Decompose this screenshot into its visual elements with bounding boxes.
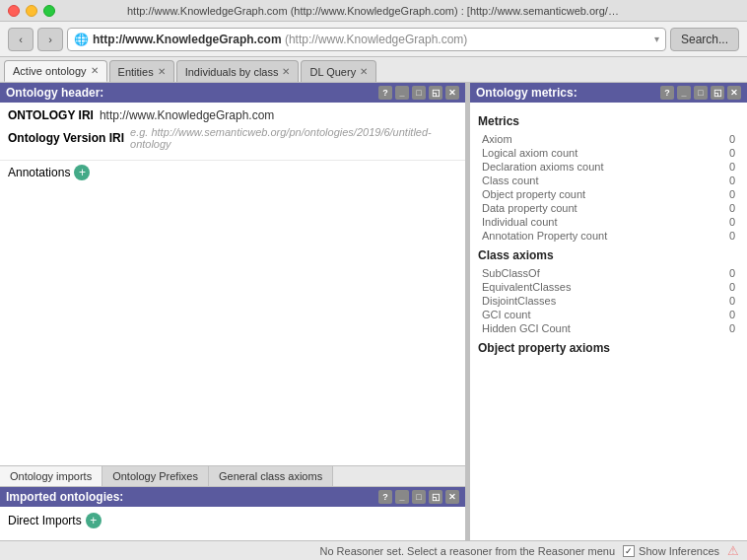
iri-value: http://www.KnowledgeGraph.com (100, 108, 274, 122)
metric-annotation-property: Annotation Property count 0 (478, 229, 739, 243)
status-bar: No Reasoner set. Select a reasoner from … (0, 540, 747, 560)
version-iri-label: Ontology Version IRI (8, 131, 124, 145)
minimize-panel-icon[interactable]: _ (395, 490, 409, 504)
tab-label: DL Query (309, 66, 356, 78)
restore-panel-icon[interactable]: □ (412, 86, 426, 100)
maximize-button[interactable] (43, 5, 55, 17)
metric-individual-count: Individual count 0 (478, 215, 739, 229)
metric-logical-axiom: Logical axiom count 0 (478, 146, 739, 160)
metric-gci-count: GCI count 0 (478, 308, 739, 321)
close-panel-icon[interactable]: ✕ (727, 86, 741, 100)
imports-panel-icons: ? _ □ ◱ ✕ (378, 490, 459, 504)
help-icon[interactable]: ? (660, 86, 674, 100)
annotations-area: Annotations + (0, 160, 465, 184)
tabs-bar: Active ontology ✕ Entities ✕ Individuals… (0, 57, 747, 83)
metric-label: GCI count (482, 309, 531, 320)
metric-value: 0 (729, 230, 735, 242)
tab-dl-query[interactable]: DL Query ✕ (301, 60, 376, 82)
search-button[interactable]: Search... (670, 28, 739, 51)
restore-panel-icon[interactable]: □ (694, 86, 708, 100)
metric-value: 0 (729, 161, 735, 173)
close-button[interactable] (8, 5, 20, 17)
metric-label: Class count (482, 175, 538, 186)
panel-title-label: Ontology header: (6, 86, 103, 100)
metric-value: 0 (729, 133, 735, 145)
sub-tab-ontology-imports[interactable]: Ontology imports (0, 466, 102, 486)
metric-label: Data property count (482, 202, 577, 214)
metric-value: 0 (729, 281, 735, 293)
tab-close-icon[interactable]: ✕ (158, 67, 166, 77)
address-gray: (http://www.KnowledgeGraph.com) (285, 33, 467, 46)
sub-tab-ontology-prefixes[interactable]: Ontology Prefixes (102, 466, 209, 486)
tab-label: Entities (118, 66, 154, 78)
tab-individuals-by-class[interactable]: Individuals by class ✕ (176, 60, 300, 82)
metric-value: 0 (729, 147, 735, 159)
window-title: http://www.KnowledgeGraph.com (http://ww… (127, 5, 620, 17)
tab-close-icon[interactable]: ✕ (360, 67, 368, 77)
close-panel-icon[interactable]: ✕ (445, 490, 459, 504)
close-panel-icon[interactable]: ✕ (445, 86, 459, 100)
object-property-axioms-title: Object property axioms (478, 341, 739, 355)
metrics-header: Ontology metrics: ? _ □ ◱ ✕ (470, 83, 747, 103)
address-bold: http://www.KnowledgeGraph.com (93, 33, 282, 46)
metric-label: SubClassOf (482, 267, 540, 279)
status-text: No Reasoner set. Select a reasoner from … (8, 545, 615, 557)
imported-ontologies-title: Imported ontologies: (6, 490, 123, 504)
metric-object-property: Object property count 0 (478, 187, 739, 201)
help-icon[interactable]: ? (378, 490, 392, 504)
metric-value: 0 (729, 267, 735, 279)
sub-tab-general-class-axioms[interactable]: General class axioms (209, 466, 333, 486)
globe-icon: 🌐 (74, 33, 89, 46)
tab-close-icon[interactable]: ✕ (282, 67, 290, 77)
minimize-button[interactable] (26, 5, 37, 17)
panel-header-icons: ? _ □ ◱ ✕ (378, 86, 459, 100)
annotations-label: Annotations (8, 166, 70, 179)
metrics-content: Metrics Axiom 0 Logical axiom count 0 De… (470, 103, 747, 560)
minimize-panel-icon[interactable]: _ (395, 86, 409, 100)
add-annotation-button[interactable]: + (74, 165, 90, 180)
left-column: Ontology header: ? _ □ ◱ ✕ ONTOLOGY IRI … (0, 83, 465, 560)
help-icon[interactable]: ? (378, 86, 392, 100)
metric-hidden-gci-count: Hidden GCI Count 0 (478, 321, 739, 335)
metric-value: 0 (729, 216, 735, 228)
restore-panel-icon[interactable]: □ (412, 490, 426, 504)
float-panel-icon[interactable]: ◱ (429, 490, 442, 504)
metric-equivalentclasses: EquivalentClasses 0 (478, 280, 739, 294)
tab-active-ontology[interactable]: Active ontology ✕ (4, 60, 107, 82)
address-bar[interactable]: 🌐 http://www.KnowledgeGraph.com (http://… (67, 28, 666, 51)
direct-imports-label: Direct Imports (8, 514, 82, 527)
forward-button[interactable]: › (37, 28, 63, 51)
tab-label: Individuals by class (185, 66, 279, 78)
right-column: Ontology metrics: ? _ □ ◱ ✕ Metrics Axio… (469, 83, 747, 560)
left-spacer (0, 184, 465, 465)
minimize-panel-icon[interactable]: _ (677, 86, 691, 100)
iri-label: ONTOLOGY IRI (8, 108, 94, 122)
metric-label: Hidden GCI Count (482, 322, 571, 334)
metrics-title: Ontology metrics: (476, 86, 577, 100)
tab-close-icon[interactable]: ✕ (91, 66, 99, 76)
warning-icon: ⚠ (727, 543, 739, 558)
direct-imports-row: Direct Imports + (8, 513, 457, 528)
metric-label: Logical axiom count (482, 147, 577, 159)
tab-entities[interactable]: Entities ✕ (109, 60, 174, 82)
title-bar: http://www.KnowledgeGraph.com (http://ww… (0, 0, 747, 22)
show-inferences-checkbox[interactable] (623, 545, 635, 557)
ontology-header-body: ONTOLOGY IRI http://www.KnowledgeGraph.c… (0, 103, 465, 160)
metric-disjointclasses: DisjointClasses 0 (478, 294, 739, 308)
window-controls[interactable] (8, 5, 55, 17)
version-iri-value: e.g. http://www.semanticweb.org/pn/ontol… (130, 126, 457, 150)
metric-label: Individual count (482, 216, 557, 228)
metric-value: 0 (729, 295, 735, 307)
float-panel-icon[interactable]: ◱ (429, 86, 442, 100)
address-text: http://www.KnowledgeGraph.com (http://ww… (93, 33, 650, 46)
back-button[interactable]: ‹ (8, 28, 34, 51)
metrics-panel-icons: ? _ □ ◱ ✕ (660, 86, 741, 100)
metric-value: 0 (729, 309, 735, 320)
address-dropdown-icon[interactable]: ▾ (654, 34, 659, 44)
add-direct-import-button[interactable]: + (86, 513, 102, 528)
float-panel-icon[interactable]: ◱ (711, 86, 724, 100)
metric-subclassof: SubClassOf 0 (478, 266, 739, 280)
metric-label: Object property count (482, 188, 585, 200)
ontology-header-title: Ontology header: ? _ □ ◱ ✕ (0, 83, 465, 103)
toolbar: ‹ › 🌐 http://www.KnowledgeGraph.com (htt… (0, 22, 747, 57)
